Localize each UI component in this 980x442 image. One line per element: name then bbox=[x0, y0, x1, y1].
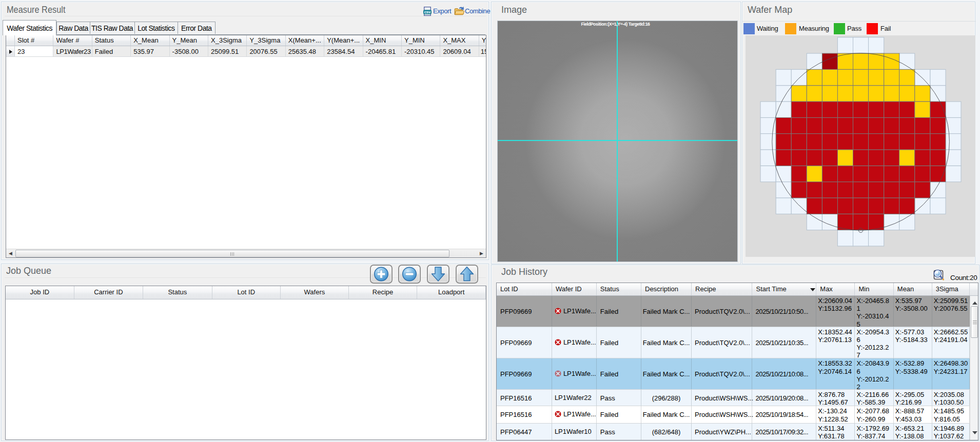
svg-text:CSV: CSV bbox=[424, 10, 432, 14]
